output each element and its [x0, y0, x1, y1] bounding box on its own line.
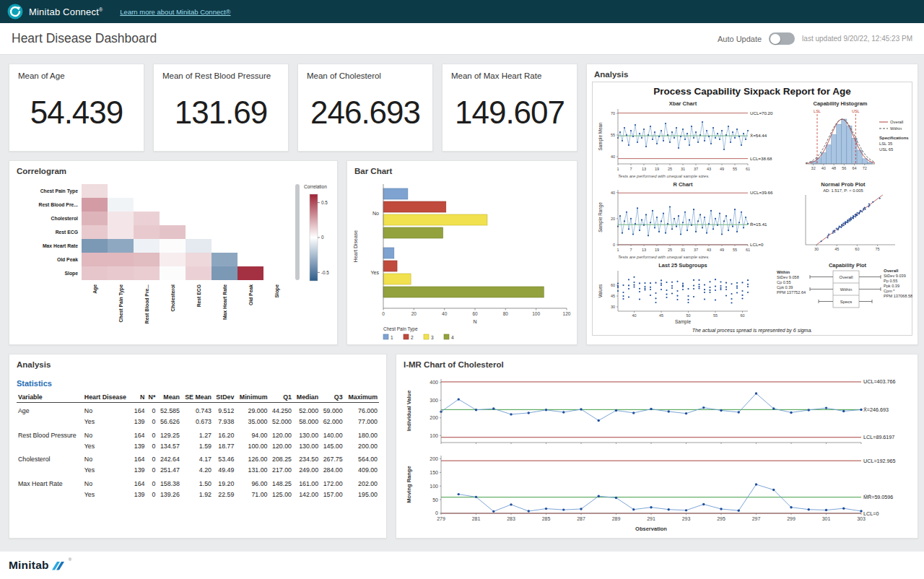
svg-text:40: 40 — [821, 166, 826, 170]
svg-text:75: 75 — [876, 247, 880, 251]
svg-text:45: 45 — [611, 294, 615, 298]
svg-text:40: 40 — [632, 313, 636, 318]
svg-text:Specs: Specs — [840, 300, 853, 304]
svg-text:13: 13 — [642, 248, 646, 252]
svg-text:299: 299 — [787, 516, 796, 521]
svg-text:4: 4 — [451, 335, 454, 340]
svg-text:43: 43 — [707, 248, 711, 252]
svg-text:Cholesterol: Cholesterol — [170, 284, 175, 312]
svg-text:56: 56 — [842, 166, 846, 170]
auto-update-label: Auto Update — [718, 35, 762, 43]
svg-text:LCL=0: LCL=0 — [863, 510, 879, 517]
panel-title: Bar Chart — [347, 161, 577, 175]
minitab-logo-text: Minitab — [9, 559, 49, 572]
imr-chart-panel: I-MR Chart of Cholesterol 100200300400UC… — [396, 354, 918, 539]
last-updated-text: last updated 9/20/22, 12:45:23 PM — [802, 35, 912, 43]
svg-text:1: 1 — [616, 167, 619, 171]
bar-chart-panel: Bar Chart Heart DiseaseNoYes020406080100… — [346, 160, 578, 345]
svg-text:0: 0 — [613, 243, 615, 247]
svg-text:Pp 0.55: Pp 0.55 — [884, 279, 897, 283]
svg-text:295: 295 — [717, 516, 725, 521]
svg-text:Process Capability Sixpack Rep: Process Capability Sixpack Report for Ag… — [653, 86, 851, 97]
svg-text:200: 200 — [430, 456, 438, 461]
kpi-value: 149.607 — [443, 80, 577, 151]
svg-text:37: 37 — [694, 248, 698, 252]
svg-text:20: 20 — [611, 217, 615, 221]
auto-update-toggle[interactable] — [769, 32, 795, 45]
kpi-card-mean-of-max-heart-rate: Mean of Max Heart Rate 149.607 — [442, 64, 578, 152]
svg-text:Last 25 Subgroups: Last 25 Subgroups — [658, 262, 707, 269]
svg-text:55: 55 — [713, 313, 718, 318]
svg-text:30: 30 — [611, 305, 615, 309]
svg-text:40: 40 — [611, 191, 615, 195]
svg-text:200: 200 — [430, 415, 438, 420]
svg-text:0.5: 0.5 — [321, 200, 328, 205]
svg-text:32: 32 — [811, 166, 816, 170]
svg-text:PPM 137752.64: PPM 137752.64 — [777, 290, 806, 295]
svg-text:293: 293 — [682, 516, 691, 521]
kpi-value: 246.693 — [298, 80, 432, 151]
kpi-label: Mean of Cholesterol — [298, 64, 432, 80]
svg-text:31: 31 — [681, 248, 685, 252]
svg-text:UCL=192.965: UCL=192.965 — [863, 458, 896, 464]
svg-text:Rest ECG: Rest ECG — [196, 284, 201, 307]
svg-text:Sample Mean: Sample Mean — [598, 122, 603, 150]
svg-text:25: 25 — [668, 167, 672, 171]
svg-text:Chest Pain Type: Chest Pain Type — [383, 326, 418, 332]
svg-text:-0.5: -0.5 — [321, 270, 329, 275]
svg-text:0: 0 — [435, 510, 438, 515]
svg-text:1: 1 — [616, 248, 619, 252]
svg-text:400: 400 — [430, 380, 438, 385]
kpi-card-mean-of-age: Mean of Age 54.439 — [9, 64, 144, 152]
svg-text:0: 0 — [321, 235, 324, 240]
kpi-label: Mean of Rest Blood Pressure — [154, 64, 288, 80]
kpi-label: Mean of Max Heart Rate — [443, 64, 577, 80]
brand-name: Minitab Connect® — [29, 6, 103, 17]
svg-text:40: 40 — [442, 311, 448, 316]
svg-text:45: 45 — [834, 247, 839, 251]
svg-text:37: 37 — [694, 167, 698, 171]
correlogram-scrollbar[interactable] — [295, 184, 300, 280]
svg-text:19: 19 — [655, 248, 659, 252]
svg-text:X̄=54.44: X̄=54.44 — [750, 133, 767, 138]
svg-text:R Chart: R Chart — [673, 181, 693, 188]
svg-text:43: 43 — [707, 167, 711, 171]
kpi-card-mean-of-cholesterol: Mean of Cholesterol 246.693 — [297, 64, 433, 152]
svg-text:3: 3 — [431, 335, 434, 340]
sixpack-chart-canvas: Process Capability Sixpack Report for Ag… — [592, 82, 912, 336]
svg-text:19: 19 — [655, 167, 659, 171]
svg-text:Individual Value: Individual Value — [406, 391, 412, 432]
svg-text:30: 30 — [814, 247, 819, 251]
svg-text:50: 50 — [686, 313, 690, 318]
svg-text:Cpk 0.39: Cpk 0.39 — [777, 285, 793, 290]
svg-text:Tests are performed with unequ: Tests are performed with unequal sample … — [618, 255, 710, 259]
svg-text:61: 61 — [746, 167, 750, 171]
svg-text:Overall: Overall — [884, 269, 899, 273]
dashboard-header: Heart Disease Dashboard Auto Update last… — [0, 23, 924, 55]
svg-text:25: 25 — [668, 248, 672, 252]
svg-text:Old Peak: Old Peak — [57, 257, 78, 262]
page-title: Heart Disease Dashboard — [12, 31, 157, 46]
toggle-knob — [770, 34, 780, 44]
minitab-connect-logo-icon — [7, 4, 23, 19]
svg-text:Rest Blood Pre...: Rest Blood Pre... — [39, 202, 78, 207]
svg-text:49: 49 — [720, 167, 724, 171]
svg-text:LSL 35: LSL 35 — [879, 142, 892, 146]
svg-text:USL: USL — [852, 109, 860, 113]
svg-text:61: 61 — [746, 248, 750, 252]
svg-text:StDev 9.039: StDev 9.039 — [884, 274, 906, 278]
svg-text:UCL=403.766: UCL=403.766 — [863, 378, 896, 385]
svg-text:48: 48 — [832, 166, 836, 170]
svg-text:UCL=39.66: UCL=39.66 — [750, 190, 773, 195]
svg-text:13: 13 — [642, 167, 646, 171]
correlogram-chart-canvas: Chest Pain TypeRest Blood Pre...Choleste… — [12, 177, 336, 343]
svg-text:297: 297 — [752, 516, 761, 521]
statistics-heading: Statistics — [17, 379, 379, 388]
svg-text:45: 45 — [659, 313, 663, 318]
svg-text:LCL=89.6197: LCL=89.6197 — [863, 434, 894, 440]
top-bar: Minitab Connect® Learn more about Minita… — [0, 0, 924, 23]
learn-more-link[interactable]: Learn more about Minitab Connect® — [120, 8, 230, 16]
svg-text:Ppk 0.39: Ppk 0.39 — [884, 284, 899, 288]
svg-text:Correlation: Correlation — [304, 184, 327, 189]
svg-text:Moving Range: Moving Range — [406, 466, 412, 502]
